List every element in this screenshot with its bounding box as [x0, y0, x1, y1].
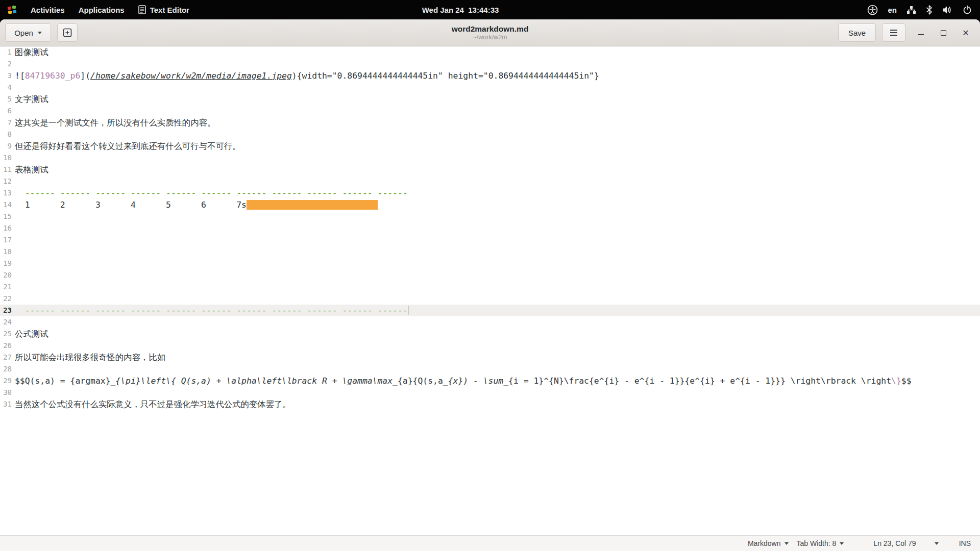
accessibility-icon [867, 5, 878, 15]
editor-line[interactable]: 13 ------ ------ ------ ------ ------ --… [0, 187, 980, 199]
editor-line[interactable]: 28 [0, 363, 980, 375]
app-indicator[interactable]: Text Editor [138, 5, 189, 14]
status-bar: Markdown Tab Width: 8 Ln 23, Col 79 INS [0, 535, 980, 551]
maximize-button[interactable] [938, 28, 948, 38]
editor-line[interactable]: 10 [0, 152, 980, 164]
distro-logo-icon [7, 5, 17, 15]
editor-line[interactable]: 27所以可能会出现很多很奇怪的内容，比如 [0, 352, 980, 363]
goto-line-dropdown[interactable] [935, 542, 939, 545]
line-number: 6 [0, 105, 12, 117]
chevron-down-icon [840, 542, 844, 545]
cursor-position-label: Ln 23, Col 79 [873, 539, 916, 547]
editor-line[interactable]: 4 [0, 82, 980, 93]
editor-line[interactable]: 22 [0, 293, 980, 305]
editor-line[interactable]: 15 [0, 211, 980, 222]
volume-menu[interactable] [942, 6, 953, 14]
editor-text-area[interactable]: 1图像测试23![84719630_p6](/home/sakebow/work… [0, 46, 980, 536]
close-button[interactable]: ✕ [961, 28, 971, 38]
line-content: ------ ------ ------ ------ ------ -----… [12, 305, 408, 316]
header-bar: Open word2markdown.md ~/work/w2m Save [0, 19, 980, 46]
keyboard-layout-indicator[interactable]: en [888, 6, 897, 14]
document-title: word2markdown.md [452, 24, 529, 34]
open-button[interactable]: Open [5, 23, 51, 42]
network-menu[interactable] [906, 6, 916, 14]
line-number: 15 [0, 211, 12, 222]
gnome-top-bar: Activities Applications Text Editor Wed … [0, 0, 980, 19]
line-content: 这其实是一个测试文件，所以没有什么实质性的内容。 [12, 117, 215, 129]
line-number: 3 [0, 70, 12, 82]
tab-width-selector[interactable]: Tab Width: 8 [797, 539, 844, 547]
bluetooth-icon [926, 5, 933, 15]
maximize-icon [941, 30, 946, 36]
editor-line[interactable]: 6 [0, 105, 980, 117]
editor-line[interactable]: 12 [0, 176, 980, 187]
line-content [12, 105, 15, 117]
applications-menu[interactable]: Applications [79, 6, 125, 14]
clock-button[interactable]: Wed Jan 24 13:44:33 [422, 0, 499, 19]
power-menu[interactable] [963, 5, 972, 14]
editor-line[interactable]: 24 [0, 316, 980, 328]
line-number: 17 [0, 234, 12, 246]
language-selector[interactable]: Markdown [748, 539, 789, 547]
line-content [12, 222, 15, 234]
bluetooth-menu[interactable] [926, 5, 933, 15]
new-document-button[interactable] [57, 23, 78, 42]
editor-line[interactable]: 30 [0, 387, 980, 398]
line-content: 但还是得好好看看这个转义过来到底还有什么可行与不可行。 [12, 140, 241, 152]
editor-line[interactable]: 1图像测试 [0, 46, 980, 58]
accessibility-menu[interactable] [867, 5, 878, 15]
editor-line[interactable]: 9但还是得好好看看这个转义过来到底还有什么可行与不可行。 [0, 140, 980, 152]
line-content: 当然这个公式没有什么实际意义，只不过是强化学习迭代公式的变体罢了。 [12, 398, 291, 410]
editor-line[interactable]: 7这其实是一个测试文件，所以没有什么实质性的内容。 [0, 117, 980, 129]
editor-line[interactable]: 2 [0, 58, 980, 70]
editor-line[interactable]: 5文字测试 [0, 93, 980, 105]
editor-line[interactable]: 11表格测试 [0, 164, 980, 176]
line-number: 12 [0, 176, 12, 187]
cursor-position-indicator[interactable]: Ln 23, Col 79 [873, 539, 916, 547]
activities-button[interactable]: Activities [31, 6, 65, 14]
line-content: ![84719630_p6](/home/sakebow/work/w2m/me… [12, 70, 599, 82]
line-number: 25 [0, 328, 12, 340]
line-number: 28 [0, 363, 12, 375]
app-indicator-label: Text Editor [150, 6, 189, 14]
line-content: 图像测试 [12, 46, 48, 58]
line-number: 11 [0, 164, 12, 176]
editor-line[interactable]: 17 [0, 234, 980, 246]
editor-line[interactable]: 18 [0, 246, 980, 258]
line-number: 21 [0, 281, 12, 293]
editor-line[interactable]: 21 [0, 281, 980, 293]
network-icon [906, 6, 916, 14]
editor-line[interactable]: 8 [0, 129, 980, 140]
text-editor-window: Open word2markdown.md ~/work/w2m Save [0, 19, 980, 551]
power-icon [963, 5, 972, 14]
editor-line[interactable]: 14 1 2 3 4 5 6 7s [0, 199, 980, 211]
editor-line[interactable]: 20 [0, 269, 980, 281]
chevron-down-icon [935, 542, 939, 545]
distro-logo-icon[interactable] [7, 5, 17, 15]
line-number: 2 [0, 58, 12, 70]
editor-line[interactable]: 26 [0, 340, 980, 352]
line-content: 公式测试 [12, 328, 48, 340]
minimize-button[interactable] [916, 28, 926, 38]
editor-line[interactable]: 31当然这个公式没有什么实际意义，只不过是强化学习迭代公式的变体罢了。 [0, 398, 980, 410]
new-document-icon [63, 28, 72, 37]
editor-line[interactable]: 25公式测试 [0, 328, 980, 340]
line-content: 所以可能会出现很多很奇怪的内容，比如 [12, 352, 165, 363]
line-content: 文字测试 [12, 93, 48, 105]
chevron-down-icon [38, 32, 42, 34]
line-content [12, 82, 15, 93]
line-number: 27 [0, 352, 12, 363]
line-content [12, 269, 15, 281]
editor-line[interactable]: 16 [0, 222, 980, 234]
line-number: 5 [0, 93, 12, 105]
editor-line[interactable]: 19 [0, 258, 980, 269]
line-number: 26 [0, 340, 12, 352]
editor-line[interactable]: 29$$Q(s,a) = {argmax}_{\pi}\left\{ Q(s,a… [0, 375, 980, 387]
editor-line[interactable]: 23 ------ ------ ------ ------ ------ --… [0, 305, 980, 316]
line-number: 4 [0, 82, 12, 93]
language-selector-label: Markdown [748, 539, 781, 547]
editor-line[interactable]: 3![84719630_p6](/home/sakebow/work/w2m/m… [0, 70, 980, 82]
line-number: 20 [0, 269, 12, 281]
save-button[interactable]: Save [838, 23, 876, 42]
menu-button[interactable] [882, 23, 905, 42]
